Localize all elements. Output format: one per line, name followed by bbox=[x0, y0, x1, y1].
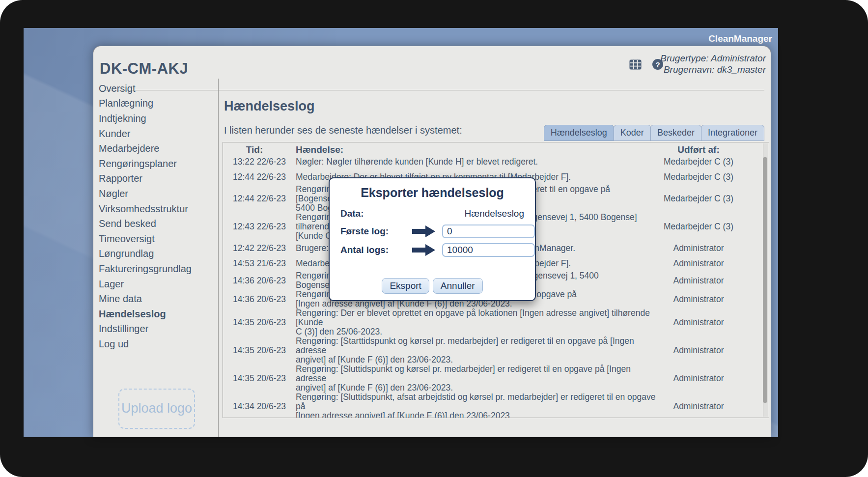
sidebar-item-label: Indstillinger bbox=[99, 323, 148, 335]
user-name: Brugernavn: dk3_master bbox=[660, 64, 766, 75]
sidebar-item-label: Rengøringsplaner bbox=[99, 158, 177, 169]
desktop-background: CleanManager DK-CM-AKJ ? Brugertype: Adm… bbox=[24, 28, 778, 437]
export-button[interactable]: Eksport bbox=[382, 278, 429, 294]
row-time: 14:36 20/6-23 bbox=[223, 294, 286, 305]
sidebar-item[interactable]: Log ud bbox=[99, 337, 216, 352]
sidebar-item-label: Faktureringsgrundlag bbox=[99, 263, 192, 275]
sidebar-item[interactable]: Timeoversigt bbox=[99, 231, 216, 247]
tab-bar: Hændelseslog Koder Beskeder Integratione… bbox=[544, 125, 764, 141]
row-by: Administrator bbox=[659, 317, 738, 328]
app-window: DK-CM-AKJ ? Brugertype: Administrator Br… bbox=[93, 46, 771, 437]
dialog-title: Eksporter hændelseslog bbox=[330, 186, 535, 200]
cleanmanager-brand-label: CleanManager bbox=[708, 33, 772, 44]
upload-logo-button[interactable]: Upload logo bbox=[118, 389, 195, 429]
row-by: Administrator bbox=[659, 294, 738, 305]
first-log-input[interactable] bbox=[442, 224, 535, 238]
device-frame: CleanManager DK-CM-AKJ ? Brugertype: Adm… bbox=[0, 0, 868, 477]
row-time: 14:36 20/6-23 bbox=[223, 276, 286, 286]
table-row: 13:22 22/6-23 Nøgler: Nøgler tilhørende … bbox=[223, 154, 764, 169]
row-time: 12:44 22/6-23 bbox=[223, 172, 286, 182]
sidebar-item[interactable]: Mine data bbox=[99, 291, 216, 307]
tab[interactable]: Integrationer bbox=[701, 125, 764, 141]
sidebar-divider bbox=[218, 79, 219, 437]
table-scrollbar-thumb[interactable] bbox=[763, 157, 767, 403]
row-by: Medarbejder C (3) bbox=[659, 172, 738, 182]
sidebar-item[interactable]: Løngrundlag bbox=[99, 247, 216, 262]
sidebar-item[interactable]: Indstillinger bbox=[99, 322, 216, 337]
sidebar-item[interactable]: Rapporter bbox=[99, 171, 216, 187]
sidebar-item[interactable]: Kunder bbox=[99, 126, 216, 141]
sidebar-item[interactable]: Virksomhedsstruktur bbox=[99, 201, 216, 217]
sidebar-item-label: Hændelseslog bbox=[99, 309, 166, 320]
column-header-event: Hændelse: bbox=[296, 144, 659, 155]
sidebar-item-label: Timeoversigt bbox=[99, 233, 155, 245]
sidebar-item-label: Lager bbox=[99, 279, 124, 290]
table-scrollbar-track[interactable] bbox=[763, 143, 768, 417]
row-time: 14:35 20/6-23 bbox=[223, 317, 286, 328]
row-by: Administrator bbox=[659, 243, 738, 253]
tab[interactable]: Koder bbox=[614, 125, 651, 141]
sidebar-item[interactable]: Medarbejdere bbox=[99, 141, 216, 156]
table-header-row: Tid: Hændelse: Udført af: bbox=[223, 144, 764, 155]
sidebar-item-label: Kunder bbox=[99, 128, 131, 140]
table-grid-icon[interactable] bbox=[629, 59, 642, 70]
table-row: 14:35 20/6-23 Rengøring: Der er blevet o… bbox=[223, 309, 764, 337]
data-label: Data: bbox=[340, 208, 405, 219]
cancel-button[interactable]: Annuller bbox=[433, 278, 483, 294]
row-time: 12:42 22/6-23 bbox=[223, 243, 286, 253]
row-time: 14:53 21/6-23 bbox=[223, 258, 286, 269]
sidebar-item[interactable]: Nøgler bbox=[99, 186, 216, 201]
log-count-input[interactable] bbox=[442, 243, 535, 257]
log-count-row: Antal logs: bbox=[340, 241, 524, 259]
table-row: 14:34 20/6-23 Rengøring: [Sluttidspunkt,… bbox=[223, 393, 764, 418]
sidebar-item-label: Oversigt bbox=[99, 83, 135, 94]
sidebar-item[interactable]: Oversigt bbox=[99, 81, 216, 96]
table-row: 14:35 20/6-23 Rengøring: [Sluttidspunkt … bbox=[223, 365, 764, 393]
row-by: Administrator bbox=[659, 345, 738, 356]
sidebar-item-label: Virksomhedsstruktur bbox=[99, 203, 188, 215]
user-type: Brugertype: Administrator bbox=[660, 53, 766, 64]
company-title: DK-CM-AKJ bbox=[100, 60, 188, 78]
row-by: Administrator bbox=[659, 258, 738, 269]
row-event: Rengøring: Der er blevet oprettet en opg… bbox=[296, 309, 659, 337]
table-row: 14:35 20/6-23 Rengøring: [Starttidspunkt… bbox=[223, 337, 764, 365]
row-by: Medarbejder C (3) bbox=[659, 222, 738, 232]
arrow-right-icon bbox=[405, 244, 442, 256]
sidebar-item-label: Løngrundlag bbox=[99, 248, 154, 259]
row-event: Rengøring: [Sluttidspunkt, afsat arbejds… bbox=[296, 393, 659, 418]
sidebar-item[interactable]: Indtjekning bbox=[99, 111, 216, 126]
export-log-dialog: Eksporter hændelseslog Data: Hændelseslo… bbox=[329, 177, 536, 301]
row-by: Administrator bbox=[659, 401, 738, 412]
dialog-buttons: Eksport Annuller bbox=[340, 278, 524, 294]
page-title: Hændelseslog bbox=[224, 99, 315, 114]
row-by: Administrator bbox=[659, 373, 738, 384]
sidebar-item[interactable]: Faktureringsgrundlag bbox=[99, 261, 216, 277]
sidebar-item-label: Log ud bbox=[99, 338, 129, 350]
row-by: Medarbejder C (3) bbox=[659, 157, 738, 167]
row-event: Nøgler: Nøgler tilhørende kunden [Kunde … bbox=[296, 157, 659, 167]
sidebar-item[interactable]: Lager bbox=[99, 277, 216, 292]
sidebar-item[interactable]: Planlægning bbox=[99, 96, 216, 112]
row-event: Rengøring: [Starttidspunkt og kørsel pr.… bbox=[296, 337, 659, 365]
sidebar-item-label: Send besked bbox=[99, 218, 156, 229]
log-count-label: Antal logs: bbox=[340, 245, 405, 255]
column-header-time: Tid: bbox=[223, 144, 286, 155]
sidebar-item[interactable]: Rengøringsplaner bbox=[99, 156, 216, 171]
sidebar-item-label: Nøgler bbox=[99, 188, 128, 199]
row-time: 12:44 22/6-23 bbox=[223, 194, 286, 204]
row-time: 12:43 22/6-23 bbox=[223, 222, 286, 232]
tab[interactable]: Hændelseslog bbox=[544, 125, 614, 141]
intro-text: I listen herunder ses de seneste hændels… bbox=[224, 125, 462, 136]
first-log-label: Første log: bbox=[340, 226, 405, 237]
sidebar-item-label: Rapporter bbox=[99, 173, 142, 184]
tab[interactable]: Beskeder bbox=[650, 125, 701, 141]
row-by: Medarbejder C (3) bbox=[659, 194, 738, 204]
sidebar-item-label: Planlægning bbox=[99, 98, 153, 109]
column-header-by: Udført af: bbox=[659, 144, 738, 155]
sidebar-item-label: Indtjekning bbox=[99, 113, 146, 124]
arrow-right-icon bbox=[405, 225, 442, 238]
sidebar-item[interactable]: Send besked bbox=[99, 216, 216, 231]
sidebar-item-label: Medarbejdere bbox=[99, 143, 159, 154]
sidebar-item-label: Mine data bbox=[99, 293, 142, 305]
sidebar-item[interactable]: Hændelseslog bbox=[99, 307, 216, 322]
